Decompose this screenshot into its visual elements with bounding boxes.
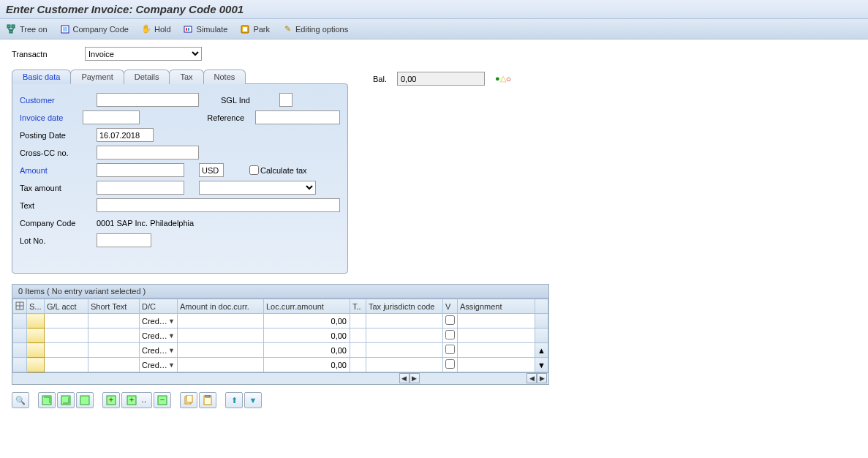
- taxamount-input[interactable]: [97, 181, 184, 195]
- t-cell[interactable]: [350, 343, 366, 358]
- v-cell[interactable]: [443, 329, 458, 343]
- glacct-cell[interactable]: [45, 329, 88, 343]
- glacct-cell[interactable]: [45, 343, 88, 358]
- scroll-left-icon[interactable]: ◀: [399, 373, 410, 383]
- v-checkbox[interactable]: [445, 330, 455, 339]
- col-v[interactable]: V: [443, 299, 458, 314]
- col-status[interactable]: S...: [27, 299, 45, 314]
- scroll-down-icon[interactable]: ▼: [535, 358, 548, 372]
- glacct-cell[interactable]: [45, 314, 88, 329]
- amount-cell[interactable]: [178, 358, 264, 372]
- filter-button[interactable]: ▼: [244, 392, 262, 408]
- calculate-tax-checkbox[interactable]: [249, 165, 259, 175]
- col-glacct[interactable]: G/L acct: [45, 299, 88, 314]
- dropdown-icon[interactable]: ▼: [168, 347, 175, 354]
- scroll-up-icon[interactable]: ▲: [535, 343, 548, 358]
- dc-cell[interactable]: Cred…▼: [140, 314, 178, 329]
- park-button[interactable]: Park: [239, 23, 270, 35]
- scroll-right-icon[interactable]: ▶: [537, 373, 547, 383]
- v-cell[interactable]: [443, 343, 458, 358]
- shorttext-cell[interactable]: [88, 329, 140, 343]
- shorttext-cell[interactable]: [88, 343, 140, 358]
- v-cell[interactable]: [443, 314, 458, 329]
- dc-cell[interactable]: Cred…▼: [140, 329, 178, 343]
- tab-tax[interactable]: Tax: [169, 70, 203, 84]
- tab-basic-data[interactable]: Basic data: [12, 70, 71, 84]
- dc-cell[interactable]: Cred…▼: [140, 358, 178, 372]
- assignment-cell[interactable]: [458, 343, 535, 358]
- status-cell[interactable]: [27, 358, 45, 372]
- editing-options-button[interactable]: ✎ Editing options: [282, 23, 348, 35]
- find-button[interactable]: 🔍: [12, 392, 29, 408]
- col-amount[interactable]: Amount in doc.curr.: [178, 299, 264, 314]
- insert-multiple-button[interactable]: +…: [121, 392, 152, 408]
- reference-input[interactable]: [255, 110, 340, 124]
- taxcode-select[interactable]: [199, 181, 316, 195]
- select-block-button[interactable]: [76, 392, 94, 408]
- taxjur-cell[interactable]: [366, 343, 443, 358]
- dropdown-icon[interactable]: ▼: [168, 318, 175, 325]
- table-row[interactable]: Cred…▼ 0,00: [13, 329, 548, 343]
- insert-button[interactable]: +: [102, 392, 120, 408]
- row-handle[interactable]: [13, 343, 27, 358]
- table-row[interactable]: Cred…▼ 0,00 ▲: [13, 343, 548, 358]
- taxjur-cell[interactable]: [366, 329, 443, 343]
- v-checkbox[interactable]: [445, 315, 455, 325]
- col-dc[interactable]: D/C: [140, 299, 178, 314]
- row-handle[interactable]: [13, 329, 27, 343]
- amount-input[interactable]: [97, 163, 184, 177]
- status-cell[interactable]: [27, 329, 45, 343]
- status-cell[interactable]: [27, 343, 45, 358]
- row-handle[interactable]: [13, 358, 27, 372]
- col-t[interactable]: T..: [350, 299, 366, 314]
- delete-button[interactable]: −: [154, 392, 171, 408]
- copy-button[interactable]: [180, 392, 197, 408]
- customer-input[interactable]: [97, 93, 199, 107]
- assignment-cell[interactable]: [458, 314, 535, 329]
- sgl-input[interactable]: [279, 93, 293, 107]
- transaction-select[interactable]: Invoice: [85, 47, 202, 61]
- assignment-cell[interactable]: [458, 329, 535, 343]
- status-cell[interactable]: [27, 314, 45, 329]
- crosscc-input[interactable]: [97, 146, 199, 159]
- simulate-button[interactable]: Simulate: [183, 23, 228, 35]
- dc-cell[interactable]: Cred…▼: [140, 343, 178, 358]
- taxjur-cell[interactable]: [366, 314, 443, 329]
- scroll-right-icon[interactable]: ▶: [410, 373, 420, 383]
- text-input[interactable]: [97, 198, 340, 212]
- paste-button[interactable]: [199, 392, 216, 408]
- dropdown-icon[interactable]: ▼: [168, 332, 175, 339]
- t-cell[interactable]: [350, 314, 366, 329]
- scroll-left-icon[interactable]: ◀: [527, 373, 537, 383]
- taxjur-cell[interactable]: [366, 358, 443, 372]
- amount-cell[interactable]: [178, 343, 264, 358]
- shorttext-cell[interactable]: [88, 314, 140, 329]
- deselect-all-button[interactable]: [57, 392, 75, 408]
- hold-button[interactable]: ✋ Hold: [140, 23, 171, 35]
- amount-cell[interactable]: [178, 329, 264, 343]
- t-cell[interactable]: [350, 358, 366, 372]
- col-shorttext[interactable]: Short Text: [88, 299, 140, 314]
- tab-details[interactable]: Details: [124, 70, 170, 84]
- lotno-input[interactable]: [97, 233, 151, 247]
- sort-asc-button[interactable]: ⬆: [225, 392, 243, 408]
- row-selector-col[interactable]: [13, 299, 27, 314]
- posting-date-input[interactable]: [97, 128, 154, 142]
- col-locamount[interactable]: Loc.curr.amount: [264, 299, 350, 314]
- currency-input[interactable]: [199, 163, 224, 177]
- amount-cell[interactable]: [178, 314, 264, 329]
- company-code-button[interactable]: Company Code: [59, 23, 129, 35]
- assignment-cell[interactable]: [458, 358, 535, 372]
- col-assignment[interactable]: Assignment: [458, 299, 535, 314]
- row-handle[interactable]: [13, 314, 27, 329]
- t-cell[interactable]: [350, 329, 366, 343]
- tab-notes[interactable]: Notes: [203, 70, 246, 84]
- glacct-cell[interactable]: [45, 358, 88, 372]
- v-checkbox[interactable]: [445, 345, 455, 354]
- dropdown-icon[interactable]: ▼: [168, 361, 175, 369]
- v-cell[interactable]: [443, 358, 458, 372]
- select-all-button[interactable]: [38, 392, 56, 408]
- tree-on-button[interactable]: Tree on: [6, 23, 48, 35]
- v-checkbox[interactable]: [445, 359, 455, 369]
- invoice-date-input[interactable]: [83, 110, 140, 124]
